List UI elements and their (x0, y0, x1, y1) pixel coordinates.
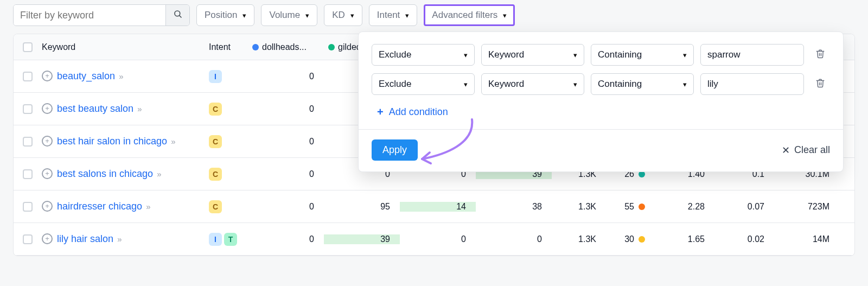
condition-op-value: Containing (598, 79, 642, 90)
condition-value-input[interactable] (700, 73, 804, 95)
chevron-down-icon: ▾ (503, 11, 507, 20)
delete-condition-button[interactable] (810, 78, 830, 91)
kd-dot-icon (639, 204, 645, 210)
intent-cell: IT (205, 233, 248, 246)
metric-cell: 1.65 (655, 234, 714, 244)
keyword-filter-search (13, 4, 190, 26)
expand-icon[interactable]: + (42, 71, 53, 81)
metric-cell: 0 (248, 234, 324, 244)
expand-icon[interactable]: + (42, 201, 53, 212)
chevron-right-icon: » (137, 104, 141, 113)
condition-field-value: Keyword (488, 79, 524, 90)
volume-filter[interactable]: Volume ▾ (261, 4, 317, 26)
chevron-down-icon: ▾ (573, 51, 577, 59)
keyword-link[interactable]: best beauty salon » (57, 102, 141, 116)
metric-cell: 95 (324, 202, 400, 212)
intent-cell: I (205, 70, 248, 83)
kd-cell: 30 (606, 234, 655, 244)
volume-filter-label: Volume (269, 10, 300, 21)
col-intent: Intent (205, 42, 248, 52)
kd-cell: 55 (606, 202, 655, 212)
metric-cell: 0 (248, 202, 324, 212)
metric-cell: 0 (476, 234, 552, 244)
metric-cell: 0 (248, 104, 324, 114)
chevron-right-icon: » (170, 137, 174, 146)
keyword-filter-submit[interactable] (165, 5, 189, 26)
domain-dot-icon (328, 44, 335, 50)
row-checkbox[interactable] (23, 169, 33, 179)
trash-icon (815, 48, 825, 62)
chevron-down-icon: ▾ (350, 11, 354, 20)
chevron-down-icon: ▾ (573, 80, 577, 88)
chevron-down-icon: ▾ (464, 51, 468, 59)
add-condition-label: Add condition (389, 106, 448, 118)
select-all-checkbox[interactable] (23, 42, 33, 52)
condition-field-value: Keyword (488, 49, 524, 60)
table-row: + hairdresser chicago » C 0 95 14 38 1.3… (14, 190, 854, 223)
expand-icon[interactable]: + (42, 136, 53, 147)
keyword-link[interactable]: hairdresser chicago » (57, 200, 149, 213)
add-condition-button[interactable]: + Add condition (359, 103, 843, 129)
chevron-down-icon: ▾ (305, 11, 309, 20)
chevron-down-icon: ▾ (683, 80, 687, 88)
advanced-filters-label: Advanced filters (432, 10, 497, 21)
apply-button[interactable]: Apply (372, 139, 418, 161)
col-keyword: Keyword (42, 42, 205, 52)
condition-field-select[interactable]: Keyword ▾ (481, 44, 584, 66)
keyword-cell: + beauty_salon » (42, 64, 205, 88)
search-icon (173, 9, 183, 22)
filter-bar: Position ▾ Volume ▾ KD ▾ Intent ▾ Advanc… (0, 0, 868, 34)
keyword-filter-input[interactable] (14, 5, 165, 26)
metric-cell: 0 (248, 137, 324, 147)
delete-condition-button[interactable] (810, 48, 830, 62)
expand-icon[interactable]: + (42, 233, 53, 244)
position-filter-label: Position (205, 10, 237, 21)
clear-all-label: Clear all (794, 144, 830, 156)
keyword-link[interactable]: lily hair salon » (57, 232, 120, 246)
condition-op-select[interactable]: Containing ▾ (591, 73, 694, 95)
expand-icon[interactable]: + (42, 168, 53, 179)
trash-icon (815, 78, 825, 91)
intent-filter-label: Intent (377, 10, 400, 21)
intent-cell: C (205, 135, 248, 148)
svg-line-1 (179, 15, 181, 17)
intent-badge-c: C (209, 135, 222, 148)
keyword-link[interactable]: best salons in chicago » (57, 167, 160, 181)
kd-filter-label: KD (332, 10, 345, 21)
metric-cell: 39 (324, 234, 400, 244)
intent-badge-i: I (209, 70, 222, 83)
intent-cell: C (205, 200, 248, 213)
condition-field-select[interactable]: Keyword ▾ (481, 73, 584, 95)
condition-op-select[interactable]: Containing ▾ (591, 44, 694, 66)
intent-badge-c: C (209, 103, 222, 116)
apply-button-label: Apply (382, 144, 407, 155)
clear-all-button[interactable]: ✕ Clear all (782, 144, 830, 156)
keyword-cell: + best beauty salon » (42, 97, 205, 121)
row-checkbox[interactable] (23, 104, 33, 114)
kd-filter[interactable]: KD ▾ (324, 4, 362, 26)
metric-cell: 14 (400, 202, 476, 212)
condition-op-value: Containing (598, 49, 642, 60)
keyword-link[interactable]: best hair salon in chicago » (57, 135, 174, 148)
popover-footer: Apply ✕ Clear all (359, 129, 843, 171)
intent-badge-i: I (209, 233, 222, 246)
condition-mode-select[interactable]: Exclude ▾ (372, 44, 475, 66)
condition-mode-value: Exclude (379, 79, 411, 90)
row-checkbox[interactable] (23, 202, 33, 212)
metric-cell: 0 (400, 234, 476, 244)
advanced-filters-button[interactable]: Advanced filters ▾ (424, 4, 515, 26)
chevron-right-icon: » (118, 72, 122, 81)
advanced-filters-popover: Exclude ▾ Keyword ▾ Containing ▾ Exclude… (358, 31, 844, 172)
intent-filter[interactable]: Intent ▾ (369, 4, 418, 26)
plus-icon: + (377, 106, 384, 118)
row-checkbox[interactable] (23, 234, 33, 244)
expand-icon[interactable]: + (42, 103, 53, 114)
position-filter[interactable]: Position ▾ (196, 4, 254, 26)
keyword-link[interactable]: beauty_salon » (57, 69, 122, 83)
chevron-right-icon: » (117, 234, 120, 244)
row-checkbox[interactable] (23, 137, 33, 147)
condition-value-input[interactable] (700, 44, 804, 66)
row-checkbox[interactable] (23, 72, 33, 81)
condition-mode-select[interactable]: Exclude ▾ (372, 73, 475, 95)
col-domain-1: dollheads... (248, 42, 324, 52)
